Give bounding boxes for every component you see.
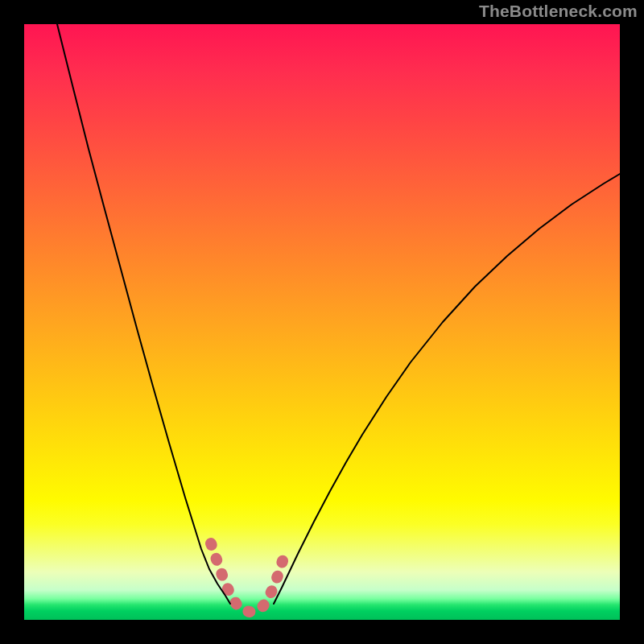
watermark-label: TheBottleneck.com xyxy=(479,2,638,21)
chart-curves-layer xyxy=(24,24,620,620)
right-ascent-line xyxy=(274,174,620,604)
chart-frame: TheBottleneck.com xyxy=(0,0,644,644)
left-descent-line xyxy=(57,24,230,604)
